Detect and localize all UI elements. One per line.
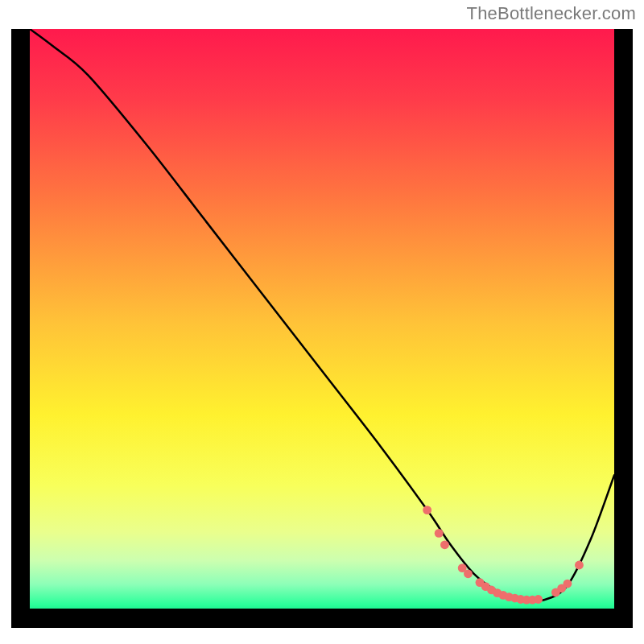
marker-dot [435,529,444,538]
marker-dot [423,506,431,514]
chart-svg [30,29,614,609]
marker-dot [440,540,449,549]
marker-dot [563,580,572,588]
bottleneck-curve [30,29,614,601]
plot-area [30,29,614,609]
marker-dot [575,561,584,570]
highlight-dots [423,506,584,604]
marker-dot [534,595,543,604]
marker-dot [464,569,473,578]
attribution-text: TheBottlenecker.com [467,3,636,24]
plot-frame [11,29,633,628]
